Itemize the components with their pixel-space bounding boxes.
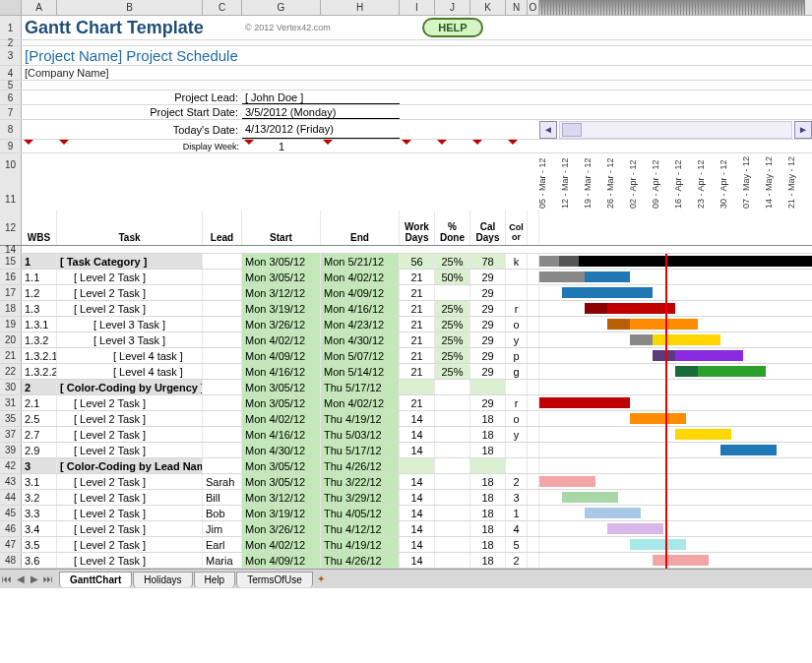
cell-color[interactable]: o: [506, 317, 528, 332]
project-lead-value[interactable]: [ John Doe ]: [242, 90, 400, 104]
cell-end[interactable]: Thu 5/17/12: [321, 380, 400, 394]
cell-cal[interactable]: 29: [470, 285, 506, 300]
cell-wbs[interactable]: 3.5: [22, 537, 57, 552]
cell-lead[interactable]: [203, 348, 242, 363]
cell-cal[interactable]: 29: [470, 301, 506, 316]
cell-wbs[interactable]: 3.1: [22, 474, 57, 489]
cell-work[interactable]: 21: [400, 317, 435, 332]
cell-end[interactable]: Mon 5/21/12: [321, 254, 400, 269]
col-header-k[interactable]: K: [470, 0, 506, 15]
cell-pct[interactable]: [435, 474, 470, 489]
cell-lead[interactable]: Bill: [203, 490, 242, 505]
cell-color[interactable]: o: [506, 411, 528, 426]
cell-pct[interactable]: 50%: [435, 270, 470, 284]
cell-wbs[interactable]: 3.4: [22, 521, 57, 536]
cell-pct[interactable]: 25%: [435, 332, 470, 347]
cell-end[interactable]: Thu 4/26/12: [321, 458, 400, 473]
cell-task[interactable]: [ Level 2 Task ]: [57, 411, 203, 426]
project-schedule-title[interactable]: [Project Name] Project Schedule: [22, 46, 415, 65]
cell-lead[interactable]: [203, 427, 242, 442]
cell-start[interactable]: Mon 3/05/12: [242, 254, 321, 269]
cell-start[interactable]: Mon 4/16/12: [242, 364, 321, 379]
cell-lead[interactable]: [203, 285, 242, 300]
cell-pct[interactable]: [435, 506, 470, 520]
row-num[interactable]: 42: [0, 458, 22, 473]
cell-color[interactable]: p: [506, 348, 528, 363]
cell-end[interactable]: Thu 4/19/12: [321, 411, 400, 426]
cell-wbs[interactable]: 1: [22, 254, 57, 269]
select-all-corner[interactable]: [0, 0, 22, 15]
tab-next-icon[interactable]: ▶: [28, 573, 41, 584]
cell-work[interactable]: 21: [400, 270, 435, 284]
cell-start[interactable]: Mon 3/05/12: [242, 270, 321, 284]
cell-color[interactable]: y: [506, 332, 528, 347]
cell-start[interactable]: Mon 4/16/12: [242, 427, 321, 442]
cell-lead[interactable]: [203, 301, 242, 316]
scroll-thumb[interactable]: [562, 123, 582, 137]
cell-cal[interactable]: 29: [470, 395, 506, 410]
help-button[interactable]: HELP: [422, 18, 482, 37]
row-num[interactable]: 22: [0, 364, 22, 379]
cell-task[interactable]: [ Level 3 Task ]: [57, 332, 203, 347]
row-num[interactable]: 43: [0, 474, 22, 489]
cell-start[interactable]: Mon 4/02/12: [242, 537, 321, 552]
col-header-a[interactable]: A: [22, 0, 57, 15]
cell-wbs[interactable]: 2.7: [22, 427, 57, 442]
cell-wbs[interactable]: 2.5: [22, 411, 57, 426]
cell-pct[interactable]: [435, 380, 470, 394]
row-num[interactable]: 16: [0, 270, 22, 284]
row-num[interactable]: 35: [0, 411, 22, 426]
cell-task[interactable]: [ Level 2 Task ]: [57, 301, 203, 316]
cell-cal[interactable]: 29: [470, 364, 506, 379]
display-week-value[interactable]: 1: [279, 141, 284, 152]
cell-pct[interactable]: [435, 537, 470, 552]
cell-pct[interactable]: [435, 553, 470, 568]
cell-pct[interactable]: 25%: [435, 254, 470, 269]
cell-wbs[interactable]: 3.2: [22, 490, 57, 505]
row-num[interactable]: 31: [0, 395, 22, 410]
cell-color[interactable]: r: [506, 395, 528, 410]
cell-color[interactable]: k: [506, 254, 528, 269]
scroll-track[interactable]: [559, 121, 792, 139]
cell-work[interactable]: [400, 458, 435, 473]
cell-task[interactable]: [ Level 3 Task ]: [57, 317, 203, 332]
cell-work[interactable]: 21: [400, 364, 435, 379]
cell-work[interactable]: 14: [400, 537, 435, 552]
row-num[interactable]: 39: [0, 443, 22, 457]
row-num-10[interactable]: 1011: [0, 153, 22, 211]
row-num[interactable]: 30: [0, 380, 22, 394]
cell-end[interactable]: Thu 4/19/12: [321, 537, 400, 552]
cell-work[interactable]: 21: [400, 395, 435, 410]
row-num-8[interactable]: 8: [0, 120, 22, 139]
cell-end[interactable]: Mon 4/02/12: [321, 395, 400, 410]
cell-end[interactable]: Mon 4/16/12: [321, 301, 400, 316]
cell-cal[interactable]: [470, 458, 506, 473]
row-num[interactable]: 46: [0, 521, 22, 536]
cell-color[interactable]: [506, 380, 528, 394]
cell-end[interactable]: Mon 5/07/12: [321, 348, 400, 363]
cell-wbs[interactable]: 2: [22, 380, 57, 394]
cell-work[interactable]: 21: [400, 348, 435, 363]
row-num-7[interactable]: 7: [0, 105, 22, 119]
row-num[interactable]: 45: [0, 506, 22, 520]
cell-task[interactable]: [ Level 2 Task ]: [57, 537, 203, 552]
cell-color[interactable]: 3: [506, 490, 528, 505]
cell-cal[interactable]: 18: [470, 474, 506, 489]
cell-lead[interactable]: [203, 317, 242, 332]
cell-start[interactable]: Mon 4/30/12: [242, 443, 321, 457]
cell-pct[interactable]: [435, 521, 470, 536]
cell-end[interactable]: Thu 4/12/12: [321, 521, 400, 536]
cell-start[interactable]: Mon 3/26/12: [242, 317, 321, 332]
cell-lead[interactable]: [203, 458, 242, 473]
col-header-c[interactable]: C: [203, 0, 242, 15]
col-header-i[interactable]: I: [400, 0, 435, 15]
cell-lead[interactable]: [203, 395, 242, 410]
col-header-j[interactable]: J: [435, 0, 470, 15]
cell-work[interactable]: 21: [400, 301, 435, 316]
cell-start[interactable]: Mon 4/09/12: [242, 553, 321, 568]
cell-lead[interactable]: [203, 364, 242, 379]
cell-cal[interactable]: 18: [470, 427, 506, 442]
tab-last-icon[interactable]: ⏭: [41, 573, 55, 584]
cell-lead[interactable]: [203, 443, 242, 457]
cell-color[interactable]: 4: [506, 521, 528, 536]
